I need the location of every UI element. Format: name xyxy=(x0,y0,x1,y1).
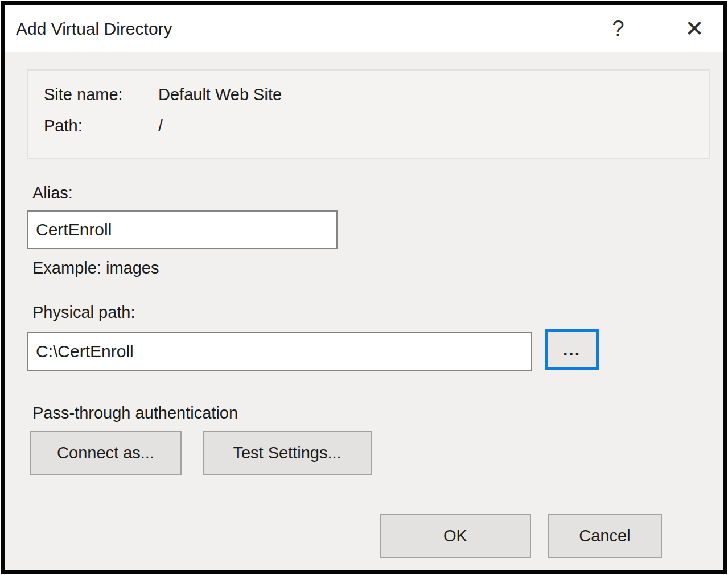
add-virtual-directory-dialog: Add Virtual Directory ? ✕ Site name: Def… xyxy=(1,1,727,574)
dialog-titlebar: Add Virtual Directory ? ✕ xyxy=(5,5,723,52)
path-label: Path: xyxy=(44,117,83,135)
site-name-label: Site name: xyxy=(44,85,123,104)
physical-path-input[interactable] xyxy=(27,332,532,371)
test-settings-button[interactable]: Test Settings... xyxy=(203,431,372,475)
close-icon[interactable]: ✕ xyxy=(677,10,712,47)
physical-path-label: Physical path: xyxy=(32,303,135,322)
path-value: / xyxy=(158,117,163,135)
alias-input[interactable] xyxy=(27,210,338,249)
connect-as-button[interactable]: Connect as... xyxy=(30,431,182,475)
site-name-value: Default Web Site xyxy=(158,85,282,104)
dialog-title: Add Virtual Directory xyxy=(16,5,172,52)
alias-label: Alias: xyxy=(32,184,73,202)
alias-example-hint: Example: images xyxy=(32,259,159,278)
ok-button[interactable]: OK xyxy=(380,514,531,558)
help-icon[interactable]: ? xyxy=(601,10,636,47)
site-info-groupbox: Site name: Default Web Site Path: / xyxy=(27,69,710,159)
cancel-button[interactable]: Cancel xyxy=(548,514,662,558)
pass-through-auth-label: Pass-through authentication xyxy=(32,404,238,423)
browse-button[interactable]: ... xyxy=(545,329,599,370)
